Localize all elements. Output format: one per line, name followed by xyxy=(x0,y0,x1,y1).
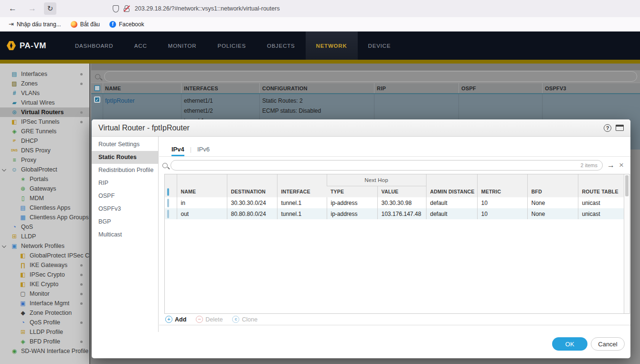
add-button[interactable]: +Add xyxy=(165,316,186,323)
tab-ipv6[interactable]: IPv6 xyxy=(197,146,210,156)
clear-filter-icon[interactable]: × xyxy=(619,162,624,169)
sidebar-item-lldp[interactable]: ⊞LLDP xyxy=(0,232,89,241)
sidebar-item-zones[interactable]: ▨Zones xyxy=(0,79,89,88)
col-interface[interactable]: INTERFACE xyxy=(277,174,327,197)
col-type[interactable]: TYPE xyxy=(327,186,377,197)
insecure-lock-icon[interactable] xyxy=(124,5,130,12)
tab-ipv4[interactable]: IPv4 xyxy=(171,146,184,156)
ok-button[interactable]: OK xyxy=(552,337,587,351)
delete-button[interactable]: −Delete xyxy=(196,316,223,323)
menu-router-settings[interactable]: Router Settings xyxy=(92,138,158,151)
bookmark-getting-started[interactable]: Bắt đầu xyxy=(66,17,105,31)
reload-icon[interactable]: ↻ xyxy=(44,2,56,15)
sidebar-item-mdm[interactable]: ▯MDM xyxy=(0,193,89,203)
tab-policies[interactable]: POLICIES xyxy=(207,32,256,60)
row-checkbox[interactable] xyxy=(167,210,169,218)
row-checkbox[interactable] xyxy=(167,199,169,207)
col-ospf[interactable]: OSPF xyxy=(461,86,476,91)
url-bar[interactable]: 203.29.18.26/?#network::vsys1::network/v… xyxy=(113,5,280,12)
sidebar-item-vlans[interactable]: #VLANs xyxy=(0,88,89,98)
sidebar-item-virtual-routers[interactable]: ⊛Virtual Routers xyxy=(0,107,89,117)
menu-ospfv3[interactable]: OSPFv3 xyxy=(92,203,158,215)
back-icon[interactable]: ← xyxy=(9,4,17,13)
sidebar-item-network-profiles[interactable]: ▣Network Profiles xyxy=(0,241,89,251)
sidebar-item-ipsec-tunnels[interactable]: ◧IPSec Tunnels xyxy=(0,117,89,127)
sidebar-item-gateways[interactable]: ⊕Gateways xyxy=(0,184,89,193)
col-metric[interactable]: METRIC xyxy=(477,174,527,197)
sidebar-item-gre-tunnels[interactable]: ◈GRE Tunnels xyxy=(0,127,89,136)
virtual-router-dialog: Virtual Router - fptIpRouter ? Router Se… xyxy=(92,119,630,358)
sidebar-item-globalprotect-ipsec-crypto[interactable]: ◧GlobalProtect IPSec Crypto xyxy=(0,251,89,260)
sidebar-item-lldp-profile[interactable]: ⊞LLDP Profile xyxy=(0,327,89,337)
route-row-in[interactable]: in 30.30.30.0/24 tunnel.1 ip-address 30.… xyxy=(165,197,624,208)
apply-filter-icon[interactable]: → xyxy=(607,161,615,170)
select-all-checkbox[interactable] xyxy=(94,85,100,91)
tab-dashboard[interactable]: DASHBOARD xyxy=(64,32,124,60)
col-ospfv3[interactable]: OSPFV3 xyxy=(545,86,566,91)
sidebar-item-qos-profile[interactable]: ◔QoS Profile xyxy=(0,318,89,327)
sidebar-item-ipsec-crypto[interactable]: ◧IPSec Crypto xyxy=(0,270,89,279)
routes-search-input[interactable] xyxy=(171,161,602,170)
col-name[interactable]: NAME xyxy=(177,174,227,197)
sidebar-item-proxy[interactable]: ≡Proxy xyxy=(0,155,89,165)
url-text[interactable]: 203.29.18.26/?#network::vsys1::network/v… xyxy=(135,5,280,12)
col-rip[interactable]: RIP xyxy=(377,86,386,91)
scrollbar-thumb[interactable] xyxy=(625,175,629,196)
menu-multicast[interactable]: Multicast xyxy=(92,228,158,241)
route-row-out[interactable]: out 80.80.80.0/24 tunnel.1 ip-address 10… xyxy=(165,208,624,219)
sidebar-item-portals[interactable]: ∗Portals xyxy=(0,174,89,184)
table-scrollbar[interactable] xyxy=(624,174,629,313)
select-all-checkbox[interactable] xyxy=(167,188,169,196)
bookmark-import[interactable]: ⇥ Nhập dấu trang... xyxy=(4,17,66,31)
sidebar-item-clientless-apps[interactable]: ▤Clientless Apps xyxy=(0,203,89,213)
tab-device[interactable]: DEVICE xyxy=(358,32,402,60)
sidebar-item-clientless-app-groups[interactable]: ▦Clientless App Groups xyxy=(0,213,89,222)
col-configuration[interactable]: CONFIGURATION xyxy=(262,86,308,91)
col-value[interactable]: VALUE xyxy=(377,186,426,197)
router-name-link[interactable]: fptIpRouter xyxy=(105,97,135,104)
col-name[interactable]: NAME xyxy=(105,86,121,91)
sidebar-item-sdwan-interface-profile[interactable]: ◉SD-WAN Interface Profile xyxy=(0,346,89,356)
list-search-input[interactable] xyxy=(104,71,637,82)
sidebar-item-ike-gateways[interactable]: ∏IKE Gateways xyxy=(0,260,89,270)
col-bfd[interactable]: BFD xyxy=(527,174,578,197)
row-checkbox[interactable]: ✓ xyxy=(94,96,100,103)
dhcp-icon: IP xyxy=(11,138,18,144)
interfaces-icon: ▤ xyxy=(11,71,18,77)
tracking-shield-icon[interactable] xyxy=(113,5,119,12)
bookmark-facebook[interactable]: f Facebook xyxy=(105,17,149,31)
col-admin-distance[interactable]: ADMIN DISTANCE xyxy=(426,174,477,197)
menu-rip[interactable]: RIP xyxy=(92,177,158,190)
sidebar-item-ike-crypto[interactable]: ◧IKE Crypto xyxy=(0,279,89,289)
sidebar-item-interfaces[interactable]: ▤Interfaces xyxy=(0,69,89,79)
col-route-table[interactable]: ROUTE TABLE xyxy=(578,174,624,197)
sidebar-item-globalprotect[interactable]: ☺GlobalProtect xyxy=(0,165,89,174)
menu-ospf[interactable]: OSPF xyxy=(92,190,158,203)
sidebar-item-dhcp[interactable]: IPDHCP xyxy=(0,136,89,146)
sidebar-item-qos[interactable]: ◔QoS xyxy=(0,222,89,232)
tab-acc[interactable]: ACC xyxy=(124,32,158,60)
col-interfaces[interactable]: INTERFACES xyxy=(184,86,218,91)
tab-monitor[interactable]: MONITOR xyxy=(158,32,207,60)
collapse-chevron-icon[interactable] xyxy=(2,244,6,248)
sidebar-item-monitor[interactable]: ▢Monitor xyxy=(0,289,89,299)
sidebar-item-virtual-wires[interactable]: ▰Virtual Wires xyxy=(0,98,89,107)
menu-bgp[interactable]: BGP xyxy=(92,215,158,228)
virtual-routers-icon: ⊛ xyxy=(11,109,18,116)
help-icon[interactable]: ? xyxy=(604,124,611,132)
col-destination[interactable]: DESTINATION xyxy=(227,174,277,197)
collapse-chevron-icon[interactable] xyxy=(2,167,6,171)
sidebar-item-interface-mgmt[interactable]: ▣Interface Mgmt xyxy=(0,299,89,308)
sidebar-item-dns-proxy[interactable]: DNSDNS Proxy xyxy=(0,146,89,155)
menu-redistribution-profile[interactable]: Redistribution Profile xyxy=(92,164,158,177)
maximize-icon[interactable] xyxy=(616,125,624,131)
tab-network[interactable]: NETWORK xyxy=(306,32,358,60)
sidebar-item-zone-protection[interactable]: ◆Zone Protection xyxy=(0,308,89,318)
tab-objects[interactable]: OBJECTS xyxy=(256,32,306,60)
sidebar-item-bfd-profile[interactable]: ◈BFD Profile xyxy=(0,337,89,346)
cancel-button[interactable]: Cancel xyxy=(591,337,625,351)
forward-icon[interactable]: → xyxy=(28,4,36,13)
gateways-icon: ⊕ xyxy=(19,185,27,192)
menu-static-routes[interactable]: Static Routes xyxy=(92,151,158,164)
clone-button[interactable]: cClone xyxy=(232,316,257,323)
